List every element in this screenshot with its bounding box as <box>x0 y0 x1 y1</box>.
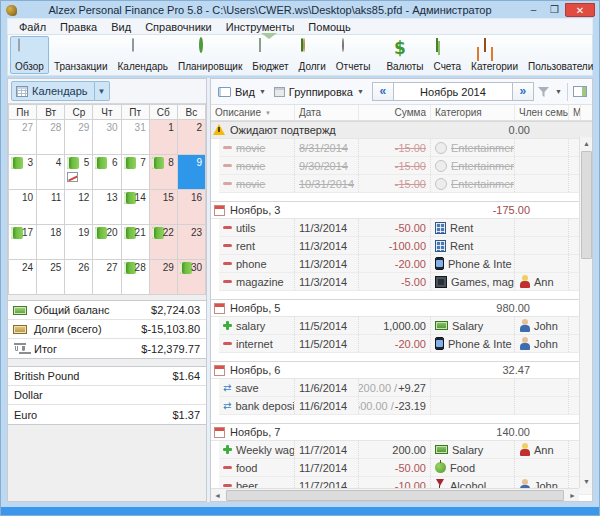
side-panel-toggle-icon[interactable] <box>573 86 587 97</box>
calendar-day-cell[interactable]: 25 <box>37 260 65 295</box>
toolbar-button-budget[interactable]: Бюджет <box>247 36 293 74</box>
transaction-row[interactable]: salary11/5/20141,000.00SalaryJohn <box>219 317 592 335</box>
column-header-2[interactable]: Дата <box>295 105 359 120</box>
maximize-button[interactable]: ❐ <box>544 3 565 17</box>
transaction-group-row[interactable]: Ожидают подтвержд0.00 <box>211 121 592 139</box>
calendar-day-cell[interactable]: 17 <box>9 225 37 260</box>
menu-item[interactable]: Правка <box>53 20 104 34</box>
calendar-day-cell[interactable]: 23 <box>177 225 205 260</box>
toolbar-button-overview[interactable]: Обзор <box>10 36 49 74</box>
calendar-day-cell[interactable]: 3 <box>9 155 37 190</box>
calendar-day-cell[interactable]: 11 <box>37 190 65 225</box>
calendar-day-cell[interactable]: 28 <box>121 260 149 295</box>
menu-item[interactable]: Файл <box>12 20 53 34</box>
calendar-day-cell[interactable]: 18 <box>37 225 65 260</box>
toolbar-button-reports[interactable]: Отчеты <box>331 36 376 74</box>
calendar-view-button[interactable]: Календарь <box>11 81 95 101</box>
calendar-day-cell[interactable]: 24 <box>9 260 37 295</box>
transaction-row[interactable]: magazine11/3/2014-5.00Games, magaAnn <box>219 273 592 291</box>
scroll-left-arrow[interactable]: ◄ <box>211 489 224 502</box>
transaction-row[interactable]: ⇄save11/6/2014-$200.00 / +9.27 <box>219 379 592 397</box>
view-button[interactable]: Вид ▼ <box>214 84 270 100</box>
menu-item[interactable]: Помощь <box>301 20 358 34</box>
calendar-day-cell[interactable]: 15 <box>149 190 177 225</box>
calendar-day-cell[interactable]: 27 <box>93 260 121 295</box>
calendar-day-cell[interactable]: 27 <box>9 120 37 155</box>
toolbar-button-transactions[interactable]: Транзакции <box>49 36 113 74</box>
horizontal-scroll-thumb[interactable] <box>226 490 564 501</box>
calendar-day-cell[interactable]: 9 <box>177 155 205 190</box>
transaction-group-row[interactable]: Ноябрь, 632.47 <box>211 361 592 379</box>
calendar-day-cell[interactable]: 13 <box>93 190 121 225</box>
prev-month-button[interactable]: « <box>372 82 394 101</box>
calendar-day-cell[interactable]: 8 <box>149 155 177 190</box>
period-field[interactable]: Ноябрь 2014 <box>394 82 512 101</box>
calendar-day-cell[interactable]: 7 <box>121 155 149 190</box>
transaction-row[interactable]: movie8/31/2014-15.00Entertainmen <box>219 139 592 157</box>
transaction-row[interactable]: movie10/31/2014-15.00Entertainmen <box>219 175 592 193</box>
calendar-day-cell[interactable]: 1 <box>149 120 177 155</box>
minimize-button[interactable]: – <box>523 3 544 17</box>
menu-item[interactable]: Вид <box>104 20 138 34</box>
menu-item[interactable]: Инструменты <box>219 20 302 34</box>
toolbar-button-scheduler[interactable]: Планировщик <box>173 36 247 74</box>
scroll-down-arrow[interactable]: ▼ <box>580 475 592 488</box>
calendar-day-cell[interactable]: 19 <box>65 225 93 260</box>
calendar-day-cell[interactable]: 30 <box>93 120 121 155</box>
vertical-scroll-thumb[interactable] <box>581 151 592 259</box>
toolbar-button-debts[interactable]: Долги <box>294 36 331 74</box>
calendar-day-cell[interactable]: 30 <box>177 260 205 295</box>
toolbar-button-calendar[interactable]: Календарь <box>113 36 173 74</box>
column-header-3[interactable]: Сумма <box>359 105 431 120</box>
calendar-day-cell[interactable]: 6 <box>93 155 121 190</box>
transaction-row[interactable]: phone11/3/2014-20.00Phone & Inte <box>219 255 592 273</box>
scroll-up-arrow[interactable]: ▲ <box>580 137 592 150</box>
transaction-group-row[interactable]: Ноябрь, 5980.00 <box>211 299 592 317</box>
transaction-row[interactable]: Weekly wage chec11/7/2014200.00SalaryAnn <box>219 441 592 459</box>
calendar-day-cell[interactable]: 28 <box>37 120 65 155</box>
column-header-4[interactable]: Категория <box>431 105 515 120</box>
calendar-day-cell[interactable]: 22 <box>149 225 177 260</box>
chevron-down-icon[interactable]: ▼ <box>555 88 562 95</box>
calendar-day-cell[interactable]: 29 <box>149 260 177 295</box>
calendar-day-cell[interactable]: 14 <box>121 190 149 225</box>
column-header-6[interactable]: М <box>569 105 581 120</box>
vertical-scrollbar[interactable]: ▲ ▼ <box>579 137 592 488</box>
calendar-day-cell[interactable]: 21 <box>121 225 149 260</box>
toolbar-button-currencies[interactable]: $Валюты <box>381 36 428 74</box>
transaction-row[interactable]: ⇄bank deposit11/6/2014-$500.00 / -23.19 <box>219 397 592 415</box>
next-month-button[interactable]: » <box>512 82 534 101</box>
transaction-group-row[interactable]: Ноябрь, 7140.00 <box>211 423 592 441</box>
calendar-day-cell[interactable]: 31 <box>121 120 149 155</box>
day-number: 3 <box>28 157 34 168</box>
calendar-day-cell[interactable]: 5 <box>65 155 93 190</box>
calendar-day-cell[interactable]: 12 <box>65 190 93 225</box>
close-button[interactable]: ✕ <box>565 3 595 17</box>
table-rows-container: Ожидают подтвержд0.00movie8/31/2014-15.0… <box>211 121 592 495</box>
calendar-day-cell[interactable]: 16 <box>177 190 205 225</box>
transaction-group-row[interactable]: Ноябрь, 3-175.00 <box>211 201 592 219</box>
filter-icon[interactable] <box>537 86 550 98</box>
toolbar-button-users[interactable]: Пользователи <box>523 36 598 74</box>
transaction-row[interactable]: internet11/5/2014-20.00Phone & InteJohn <box>219 335 592 353</box>
scroll-right-arrow[interactable]: ► <box>566 489 579 502</box>
column-header-1[interactable]: Описание▼ <box>211 105 295 120</box>
calendar-day-cell[interactable]: 2 <box>177 120 205 155</box>
calendar-day-cell[interactable]: 29 <box>65 120 93 155</box>
toolbar-button-categories[interactable]: Категории <box>466 36 523 74</box>
calendar-day-cell[interactable]: 26 <box>65 260 93 295</box>
transaction-row[interactable]: food11/7/2014-50.00Food <box>219 459 592 477</box>
calendar-day-cell[interactable]: 4 <box>37 155 65 190</box>
transaction-row[interactable]: utils11/3/2014-50.00Rent <box>219 219 592 237</box>
transaction-row[interactable]: movie9/30/2014-15.00Entertainmen <box>219 157 592 175</box>
calendar-view-dropdown-arrow[interactable]: ▼ <box>95 81 110 101</box>
day-number: 6 <box>112 157 118 168</box>
calendar-day-cell[interactable]: 10 <box>9 190 37 225</box>
transaction-row[interactable]: rent11/3/2014-100.00Rent <box>219 237 592 255</box>
horizontal-scrollbar[interactable]: ◄ ► <box>211 488 579 501</box>
grouping-button[interactable]: Группировка ▼ <box>270 84 368 100</box>
toolbar-button-accounts[interactable]: Счета <box>429 36 467 74</box>
calendar-day-cell[interactable]: 20 <box>93 225 121 260</box>
menu-item[interactable]: Справочники <box>138 20 219 34</box>
column-header-5[interactable]: Член семьи <box>515 105 569 120</box>
